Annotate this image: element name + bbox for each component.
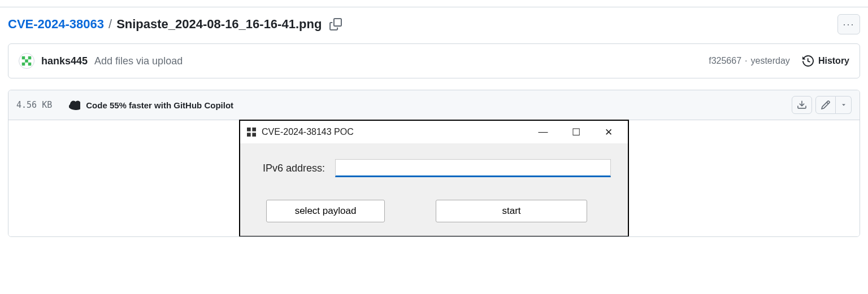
edit-button[interactable]: [815, 96, 836, 114]
window-titlebar: CVE-2024-38143 POC — ☐ ✕: [240, 121, 628, 143]
more-edit-button[interactable]: [836, 96, 852, 114]
svg-rect-7: [247, 133, 251, 137]
commit-reltime: yesterday: [751, 56, 790, 66]
svg-rect-2: [25, 59, 28, 63]
svg-rect-8: [252, 133, 256, 137]
dot-separator: ·: [745, 56, 747, 66]
select-payload-button[interactable]: select payload: [266, 200, 385, 222]
more-menu-button[interactable]: ···: [837, 14, 860, 34]
app-icon: [247, 128, 256, 137]
file-box: 4.56 KB Code 55% faster with GitHub Copi…: [8, 90, 860, 237]
image-viewport: CVE-2024-38143 POC — ☐ ✕ IPv6 address: s…: [8, 120, 860, 236]
copy-path-icon[interactable]: [329, 17, 342, 32]
window-title: CVE-2024-38143 POC: [262, 127, 524, 137]
download-icon: [797, 100, 807, 110]
history-button[interactable]: History: [802, 55, 849, 67]
start-button[interactable]: start: [436, 200, 587, 222]
breadcrumb-separator: /: [108, 17, 112, 32]
breadcrumb-current: Snipaste_2024-08-16_16-16-41.png: [116, 17, 322, 32]
svg-rect-6: [252, 128, 256, 131]
history-icon: [802, 55, 814, 67]
maximize-button[interactable]: ☐: [562, 126, 589, 138]
svg-rect-1: [28, 56, 32, 60]
file-size: 4.56 KB: [16, 100, 52, 110]
close-button[interactable]: ✕: [595, 126, 622, 138]
copilot-icon: [69, 99, 80, 111]
copilot-promo-text: Code 55% faster with GitHub Copilot: [86, 100, 233, 110]
ipv6-address-input[interactable]: [335, 159, 611, 177]
breadcrumb: CVE-2024-38063 / Snipaste_2024-08-16_16-…: [8, 17, 342, 32]
file-header: 4.56 KB Code 55% faster with GitHub Copi…: [8, 90, 860, 120]
pencil-icon: [821, 100, 831, 110]
download-raw-button[interactable]: [792, 96, 812, 114]
copilot-promo[interactable]: Code 55% faster with GitHub Copilot: [69, 99, 233, 111]
ipv6-address-label: IPv6 address:: [263, 163, 325, 174]
commit-message[interactable]: Add files via upload: [94, 55, 183, 67]
svg-rect-3: [22, 63, 25, 66]
history-label: History: [818, 56, 849, 66]
rendered-image-dialog: CVE-2024-38143 POC — ☐ ✕ IPv6 address: s…: [239, 120, 629, 237]
breadcrumb-root-link[interactable]: CVE-2024-38063: [8, 17, 104, 32]
svg-rect-0: [22, 56, 25, 60]
author-avatar[interactable]: [19, 53, 34, 69]
chevron-down-icon: [840, 102, 847, 108]
commit-sha[interactable]: f325667: [709, 56, 741, 66]
svg-rect-5: [247, 128, 251, 131]
breadcrumb-row: CVE-2024-38063 / Snipaste_2024-08-16_16-…: [8, 14, 860, 43]
minimize-button[interactable]: —: [530, 126, 557, 138]
latest-commit-box: hanks445 Add files via upload f325667 · …: [8, 43, 860, 78]
svg-rect-4: [28, 63, 32, 66]
commit-author-link[interactable]: hanks445: [41, 55, 88, 67]
